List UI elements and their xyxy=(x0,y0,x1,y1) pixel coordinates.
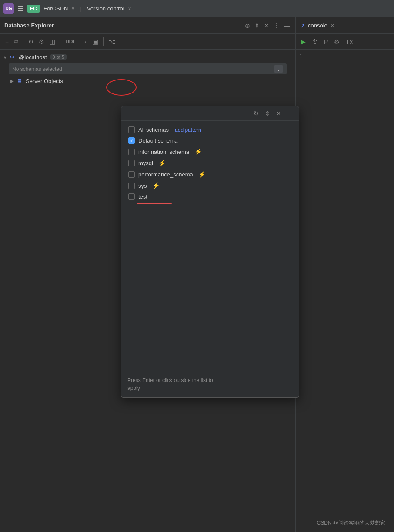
panel-title: Database Explorer xyxy=(4,22,54,29)
tree-area: ∨ ⚯ @localhost 0 of 5 No schemas selecte… xyxy=(0,50,295,532)
history-button[interactable]: ⏱ xyxy=(310,37,320,47)
localhost-arrow: ∨ xyxy=(3,55,10,60)
localhost-label: @localhost xyxy=(19,54,47,60)
dropdown-expand-icon[interactable]: ⇕ xyxy=(263,109,272,118)
server-objects-label: Server Objects xyxy=(26,78,63,84)
fc-badge: FC xyxy=(27,5,40,13)
server-objects-icon: 🖥 xyxy=(17,78,23,84)
mysql-label: mysql xyxy=(138,160,153,166)
information-schema-lightning: ⚡ xyxy=(194,148,202,155)
console-tab-icon: ↗ xyxy=(300,22,305,29)
dropdown-footer-text: Press Enter or click outside the list to… xyxy=(127,377,213,391)
no-schemas-text: No schemas selected xyxy=(12,66,274,72)
expand-collapse-icon[interactable]: ⇕ xyxy=(254,21,260,30)
topbar-divider: | xyxy=(80,5,81,12)
filter-button[interactable]: ⌥ xyxy=(107,37,117,47)
dropdown-item-sys[interactable]: sys ⚡ xyxy=(127,180,294,191)
editor-area[interactable]: 1 xyxy=(296,50,394,532)
console-tab-label: console xyxy=(308,22,327,29)
schema-dropdown-panel: ↻ ⇕ ✕ — All schemas add pattern xyxy=(121,106,299,398)
performance-schema-lightning: ⚡ xyxy=(198,171,206,178)
dropdown-footer: Press Enter or click outside the list to… xyxy=(121,371,299,397)
toolbar-sep-3 xyxy=(103,37,104,46)
dropdown-item-default-schema[interactable]: Default schema xyxy=(127,135,294,146)
run-button[interactable]: ▶ xyxy=(299,37,307,47)
toolbar-sep-1 xyxy=(23,37,23,46)
sys-checkbox[interactable] xyxy=(128,183,135,189)
project-arrow[interactable]: ∨ xyxy=(71,6,75,11)
add-button[interactable]: + xyxy=(3,37,10,47)
sys-lightning: ⚡ xyxy=(152,182,160,189)
close-panel-icon[interactable]: ✕ xyxy=(263,21,270,30)
more-options-icon[interactable]: ⋮ xyxy=(273,21,280,30)
copy-button[interactable]: ⧉ xyxy=(12,37,20,47)
default-schema-label: Default schema xyxy=(138,137,177,144)
right-toolbar: ▶ ⏱ P ⚙ Tx xyxy=(296,34,394,50)
database-explorer-panel: Database Explorer ⊕ ⇕ ✕ ⋮ — + ⧉ ↻ ⚙ ◫ DD… xyxy=(0,17,296,532)
dropdown-refresh-icon[interactable]: ↻ xyxy=(252,109,260,118)
dropdown-item-test[interactable]: test xyxy=(127,191,294,202)
app-icon: DG xyxy=(3,3,14,14)
ddl-button[interactable]: DDL xyxy=(63,37,78,46)
console-tab[interactable]: ↗ console ✕ xyxy=(300,22,334,29)
main-layout: Database Explorer ⊕ ⇕ ✕ ⋮ — + ⧉ ↻ ⚙ ◫ DD… xyxy=(0,17,394,532)
layout-button[interactable]: ▣ xyxy=(91,37,100,47)
server-objects-arrow: ▶ xyxy=(10,79,17,83)
dropdown-header: ↻ ⇕ ✕ — xyxy=(121,106,299,121)
footer-text: CSDN @脚踏实地的大梦想家 xyxy=(317,520,385,526)
information-schema-label: information_schema xyxy=(138,149,189,155)
performance-schema-checkbox[interactable] xyxy=(128,171,135,178)
p-button[interactable]: P xyxy=(322,37,330,47)
dropdown-spacer xyxy=(121,206,299,371)
information-schema-checkbox[interactable] xyxy=(128,149,135,155)
mysql-lightning: ⚡ xyxy=(158,160,166,166)
db-toolbar: + ⧉ ↻ ⚙ ◫ DDL → ▣ ⌥ xyxy=(0,34,295,50)
localhost-badge: 0 of 5 xyxy=(50,54,67,60)
annotation-underline xyxy=(137,203,172,204)
schema-select-row[interactable]: No schemas selected ... xyxy=(9,63,287,74)
version-control-arrow[interactable]: ∨ xyxy=(128,6,131,11)
dropdown-list: All schemas add pattern Default schema i… xyxy=(121,121,299,206)
panel-actions: ⊕ ⇕ ✕ ⋮ — xyxy=(244,21,291,30)
line-number: 1 xyxy=(299,53,302,60)
dropdown-close-icon[interactable]: ✕ xyxy=(274,109,283,118)
top-bar: DG ☰ FC ForCSDN ∨ | Version control ∨ xyxy=(0,0,394,17)
test-checkbox[interactable] xyxy=(128,193,135,200)
version-control-label: Version control xyxy=(87,5,124,12)
table-view-button[interactable]: ◫ xyxy=(48,37,57,47)
sys-label: sys xyxy=(138,183,147,189)
target-icon[interactable]: ⊕ xyxy=(244,21,251,30)
arrow-button[interactable]: → xyxy=(80,37,89,47)
dropdown-minimize-icon[interactable]: — xyxy=(286,109,295,118)
close-console-tab-button[interactable]: ✕ xyxy=(330,23,334,29)
right-panel: ↗ console ✕ ▶ ⏱ P ⚙ Tx 1 xyxy=(296,17,394,532)
add-pattern-link[interactable]: add pattern xyxy=(175,127,201,133)
schema-dots-button[interactable]: ... xyxy=(274,65,283,73)
toolbar-sep-2 xyxy=(60,37,60,46)
right-settings-button[interactable]: ⚙ xyxy=(332,37,341,47)
page-footer: CSDN @脚踏实地的大梦想家 xyxy=(317,519,385,527)
minimize-panel-icon[interactable]: — xyxy=(283,21,291,30)
right-header: ↗ console ✕ xyxy=(296,17,394,34)
dropdown-item-performance-schema[interactable]: performance_schema ⚡ xyxy=(127,169,294,180)
performance-schema-label: performance_schema xyxy=(138,171,193,178)
hamburger-icon[interactable]: ☰ xyxy=(17,4,23,13)
localhost-db-icon: ⚯ xyxy=(10,54,17,60)
dropdown-item-all-schemas[interactable]: All schemas add pattern xyxy=(127,124,294,135)
project-name: ForCSDN xyxy=(43,5,68,12)
refresh-button[interactable]: ↻ xyxy=(27,37,35,47)
panel-header: Database Explorer ⊕ ⇕ ✕ ⋮ — xyxy=(0,17,295,34)
all-schemas-label: All schemas xyxy=(138,126,169,133)
mysql-checkbox[interactable] xyxy=(128,160,135,166)
tx-button[interactable]: Tx xyxy=(344,37,354,47)
dropdown-item-information-schema[interactable]: information_schema ⚡ xyxy=(127,146,294,157)
default-schema-checkbox[interactable] xyxy=(128,137,135,144)
settings-button[interactable]: ⚙ xyxy=(37,37,46,47)
test-label: test xyxy=(138,193,147,200)
dropdown-item-mysql[interactable]: mysql ⚡ xyxy=(127,157,294,169)
localhost-row[interactable]: ∨ ⚯ @localhost 0 of 5 xyxy=(0,51,295,63)
server-objects-row[interactable]: ▶ 🖥 Server Objects xyxy=(0,75,295,86)
all-schemas-checkbox[interactable] xyxy=(128,126,135,133)
